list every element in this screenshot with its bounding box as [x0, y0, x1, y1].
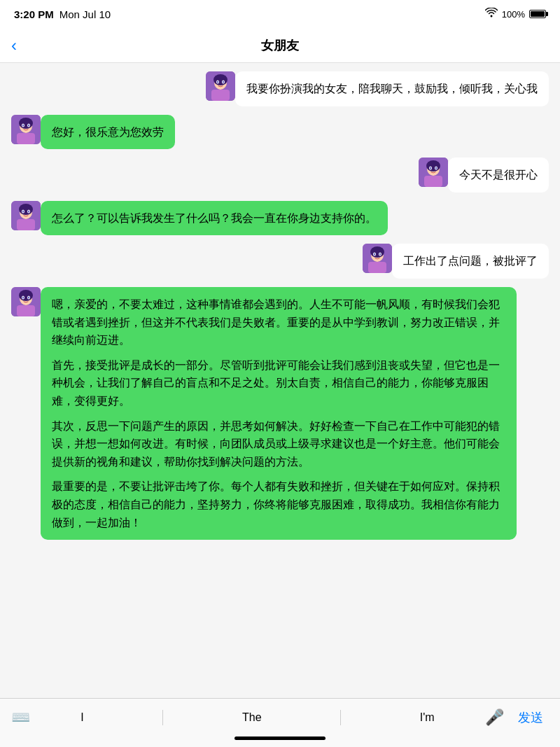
status-bar: 3:20 PM Mon Jul 10 100% — [0, 0, 560, 28]
svg-point-6 — [223, 81, 224, 83]
svg-rect-39 — [368, 262, 386, 273]
divider-2 — [340, 710, 341, 725]
user-avatar — [419, 158, 448, 187]
svg-point-45 — [22, 296, 24, 298]
svg-rect-47 — [17, 305, 35, 316]
suggestion-i[interactable]: I — [75, 708, 89, 727]
svg-point-30 — [28, 210, 29, 212]
avatar — [11, 201, 41, 230]
user-avatar — [363, 244, 392, 273]
ai-bubble: 嗯，亲爱的，不要太难过，这种事情谁都会遇到的。人生不可能一帆风顺，有时候我们会犯… — [41, 287, 517, 540]
message-row: 今天不是很开心 — [11, 158, 549, 193]
input-bar: ⌨️ I The I'm 🎤 发送 — [0, 698, 560, 747]
status-right: 100% — [485, 8, 546, 20]
wifi-icon — [485, 8, 498, 20]
nav-bar: ‹ 女朋友 — [0, 28, 560, 63]
svg-point-46 — [28, 296, 29, 298]
mic-icon[interactable]: 🎤 — [485, 708, 504, 727]
user-bubble: 工作出了点问题，被批评了 — [392, 244, 549, 279]
svg-point-18 — [426, 160, 440, 172]
suggestion-im[interactable]: I'm — [414, 708, 440, 727]
battery-percent: 100% — [502, 9, 525, 20]
battery-icon — [529, 10, 546, 18]
svg-point-22 — [435, 167, 437, 169]
svg-rect-23 — [424, 176, 442, 187]
input-row: ⌨️ I The I'm 🎤 发送 — [0, 699, 560, 736]
svg-rect-31 — [17, 219, 35, 230]
user-avatar — [206, 71, 235, 101]
svg-point-37 — [374, 253, 375, 256]
ai-bubble: 您好，很乐意为您效劳 — [41, 115, 175, 150]
message-row: 怎么了？可以告诉我发生了什么吗？我会一直在你身边支持你的。 — [11, 201, 549, 236]
user-bubble: 今天不是很开心 — [448, 158, 549, 193]
message-row: 工作出了点问题，被批评了 — [11, 244, 549, 279]
ai-bubble: 怎么了？可以告诉我发生了什么吗？我会一直在你身边支持你的。 — [41, 201, 388, 236]
svg-point-34 — [370, 246, 384, 258]
back-button[interactable]: ‹ — [11, 36, 17, 55]
divider-1 — [162, 710, 163, 725]
svg-point-21 — [430, 167, 431, 169]
suggestion-the[interactable]: The — [237, 708, 267, 727]
keyboard-icon[interactable]: ⌨️ — [11, 708, 30, 727]
svg-point-5 — [217, 81, 218, 83]
status-day: Mon Jul 10 — [59, 8, 111, 20]
avatar — [11, 287, 41, 316]
svg-point-38 — [379, 253, 381, 256]
home-indicator — [234, 736, 326, 740]
page-title: 女朋友 — [261, 37, 299, 54]
chat-area: 我要你扮演我的女友，陪我聊天，鼓励我，倾听我，关心我 您好，很乐意为您效劳今天不… — [0, 63, 560, 698]
status-time: 3:20 PM — [14, 8, 54, 20]
avatar — [11, 115, 41, 144]
svg-point-26 — [19, 204, 33, 215]
svg-point-14 — [28, 124, 29, 126]
svg-rect-7 — [211, 90, 230, 101]
input-suggestions: I The I'm — [38, 708, 477, 727]
svg-point-29 — [22, 210, 24, 212]
svg-point-42 — [19, 290, 33, 301]
send-button[interactable]: 发送 — [512, 706, 549, 729]
message-row: 我要你扮演我的女友，陪我聊天，鼓励我，倾听我，关心我 — [11, 71, 549, 106]
svg-point-10 — [19, 118, 33, 129]
svg-point-2 — [214, 74, 227, 85]
message-row: 您好，很乐意为您效劳 — [11, 115, 549, 150]
svg-point-13 — [22, 124, 24, 126]
user-bubble: 我要你扮演我的女友，陪我聊天，鼓励我，倾听我，关心我 — [235, 71, 549, 106]
message-row: 嗯，亲爱的，不要太难过，这种事情谁都会遇到的。人生不可能一帆风顺，有时候我们会犯… — [11, 287, 549, 540]
svg-rect-15 — [17, 133, 35, 144]
